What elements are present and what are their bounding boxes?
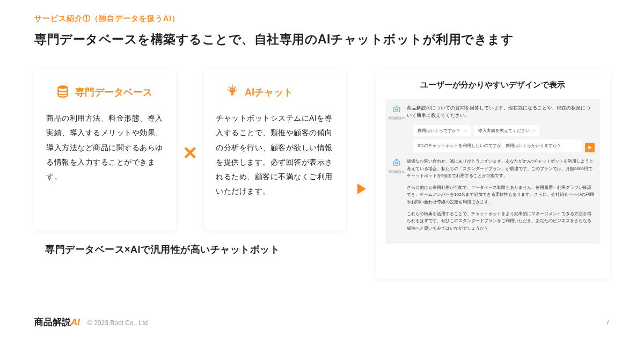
chat-mock: 商品解説AI 商品解説AIについての質問を回答しています。現在気になることや、現… <box>385 99 600 244</box>
chat-preview-panel: ユーザーが分かりやすいデザインで表示 商品解説AI 商品解説AIについての質問を… <box>376 69 610 278</box>
svg-point-5 <box>395 109 396 110</box>
svg-point-9 <box>397 163 398 164</box>
bot-reply: 商品解説AI 親切なお問い合わせ、誠にありがとうございます。あなたが3つのチャッ… <box>391 158 595 236</box>
card-title: AIチャット <box>245 86 293 99</box>
page-number: 7 <box>606 318 610 326</box>
card-header: 専門データベース <box>46 84 164 100</box>
cards-caption: 専門データベース×AIで汎用性が高いチャットボット <box>34 243 346 256</box>
svg-point-1 <box>230 87 236 93</box>
database-icon <box>56 84 70 100</box>
bot-intro-text: 商品解説AIについての質問を回答しています。現在気になることや、現在の状況につい… <box>407 104 595 121</box>
chip-cases[interactable]: 導入実績を教えてください > <box>474 125 540 136</box>
card-database: 専門データベース 商品の利用方法、料金形態、導入実績、導入するメリットや効果、導… <box>34 69 176 230</box>
reply-paragraph: さらに他にも商用利用が可能で、データベース制限もありません。使用履歴・利用グラフ… <box>407 184 595 206</box>
send-button[interactable] <box>585 143 595 152</box>
svg-point-0 <box>58 85 67 89</box>
svg-point-3 <box>233 89 234 90</box>
bot-avatar: 商品解説AI <box>391 158 402 236</box>
chip-label: 導入実績を教えてください <box>478 128 530 134</box>
svg-point-2 <box>231 89 232 90</box>
copyright: © 2023 Boot Co., Ltd <box>87 319 148 327</box>
avatar-label: 商品解説AI <box>389 170 405 174</box>
card-title: 専門データベース <box>75 86 152 99</box>
card-header: AIチャット <box>216 84 334 100</box>
cards-group: 専門データベース 商品の利用方法、料金形態、導入実績、導入するメリットや効果、導… <box>34 69 346 256</box>
bot-message: 商品解説AI 商品解説AIについての質問を回答しています。現在気になることや、現… <box>391 104 595 121</box>
chevron-icon: > <box>533 128 536 133</box>
cards-row: 専門データベース 商品の利用方法、料金形態、導入実績、導入するメリットや効果、導… <box>34 69 346 230</box>
reply-paragraph: これらの特典を活用することで、チャットボットをより効率的にマネージメントできる方… <box>407 210 595 232</box>
card-body: 商品の利用方法、料金形態、導入実績、導入するメリットや効果、導入方法など商品に関… <box>46 111 164 184</box>
bot-avatar: 商品解説AI <box>391 104 402 121</box>
footer-logo: 商品解説AI © 2023 Boot Co., Ltd <box>34 316 148 328</box>
slide-headline: 専門データベースを構築することで、自社専用のAIチャットボットが利用できます <box>34 31 610 48</box>
chevron-icon: > <box>464 128 466 133</box>
content-row: 専門データベース 商品の利用方法、料金形態、導入実績、導入するメリットや効果、導… <box>34 69 610 278</box>
card-ai-chat: AIチャット チャットボットシステムにAIを導入することで、類推や顧客の傾向の分… <box>204 69 346 230</box>
user-message-row: 3つのチャットボットを利用したいのですが、費用はいくらかかりますか？ <box>413 139 595 152</box>
slide-eyebrow: サービス紹介①（独自データを扱うAI） <box>34 14 610 24</box>
chip-cost[interactable]: 費用はいくらですか？ > <box>413 125 471 136</box>
logo-text: 商品解説AI <box>34 316 80 328</box>
slide-footer: 商品解説AI © 2023 Boot Co., Ltd 7 <box>34 316 610 328</box>
logo-ai-suffix: AI <box>71 317 80 327</box>
chip-label: 費用はいくらですか？ <box>418 128 460 134</box>
user-message: 3つのチャットボットを利用したいのですが、費用はいくらかかりますか？ <box>413 139 582 152</box>
svg-point-8 <box>395 163 396 164</box>
avatar-label: 商品解説AI <box>389 116 405 121</box>
ai-brain-icon <box>225 84 239 100</box>
panel-title: ユーザーが分かりやすいデザインで表示 <box>385 80 600 90</box>
svg-point-6 <box>397 109 398 110</box>
suggestion-chips: 費用はいくらですか？ > 導入実績を教えてください > <box>413 125 595 136</box>
times-symbol: ✕ <box>176 142 204 164</box>
card-body: チャットボットシステムにAIを導入することで、類推や顧客の傾向の分析を行い、顧客… <box>216 111 334 199</box>
arrow-icon <box>346 182 376 197</box>
reply-paragraph: 親切なお問い合わせ、誠にありがとうございます。あなたが3つのチャットボットを利用… <box>407 158 595 180</box>
